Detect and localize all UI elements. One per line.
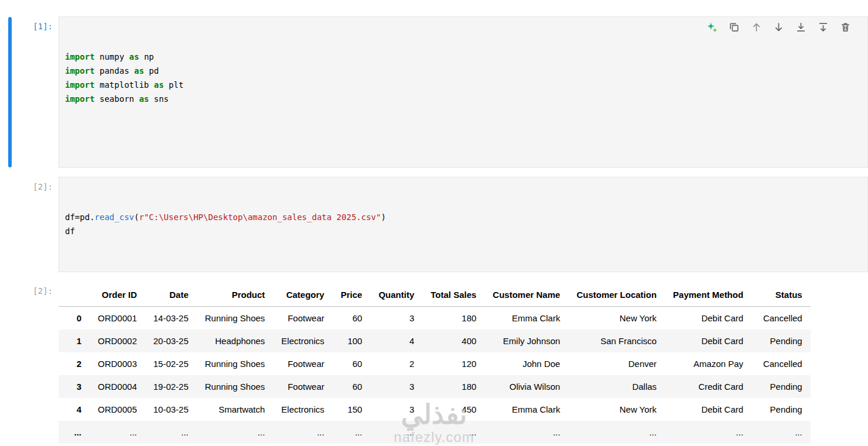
table-cell: Running Shoes: [197, 352, 274, 375]
table-cell: ORD0001: [90, 307, 145, 330]
insert-cell-below-button[interactable]: [825, 21, 837, 33]
output-cell: [2]: Order IDDateProductCategoryPriceQua…: [0, 281, 868, 446]
table-cell: Miami: [568, 444, 665, 446]
column-header: Customer Name: [484, 283, 568, 307]
column-header: Category: [273, 283, 332, 307]
dataframe-table: Order IDDateProductCategoryPriceQuantity…: [59, 283, 811, 446]
table-cell: Pending: [751, 375, 811, 398]
table-cell: 19-02-25: [145, 375, 197, 398]
table-cell: John Doe: [484, 352, 568, 375]
table-cell: 15-02-25: [145, 352, 197, 375]
table-cell: 4: [370, 330, 422, 352]
table-row: 1ORD000220-03-25HeadphonesElectronics100…: [59, 330, 811, 352]
code-content-1: import numpy as npimport pandas as pdimp…: [65, 50, 762, 106]
table-cell: Credit Card: [665, 375, 751, 398]
table-cell: ORD0002: [90, 330, 145, 352]
table-cell: Dallas: [568, 375, 665, 398]
table-cell: ...: [333, 421, 371, 444]
active-cell-indicator[interactable]: [8, 17, 12, 167]
column-header: Customer Location: [568, 283, 665, 307]
table-row: 2ORD000315-02-25Running ShoesFootwear602…: [59, 352, 811, 375]
table-cell: ...: [370, 421, 422, 444]
cell-toolbar: [713, 21, 859, 33]
table-cell: ORD0005: [90, 398, 145, 421]
row-index-cell: 1: [59, 330, 90, 352]
column-header: Product: [197, 283, 274, 307]
table-cell: Debit Card: [665, 307, 751, 330]
table-cell: Running Shoes: [197, 375, 274, 398]
output-prompt: [2]:: [33, 286, 53, 296]
row-index-cell: 0: [59, 307, 90, 330]
table-row: 3ORD000419-02-25Running ShoesFootwear603…: [59, 375, 811, 398]
table-cell: Electronics: [273, 330, 332, 352]
table-cell: Debit Card: [665, 398, 751, 421]
table-row: 245ORD024617-03-25T-ShirtClothing20240Da…: [59, 444, 811, 446]
table-cell: 17-03-25: [145, 444, 197, 446]
table-cell: 40: [422, 444, 484, 446]
table-cell: ...: [665, 421, 751, 444]
table-cell: 180: [422, 375, 484, 398]
table-cell: 14-03-25: [145, 307, 197, 330]
move-cell-down-button[interactable]: [780, 21, 792, 33]
table-cell: Cancelled: [751, 444, 811, 446]
output-prompt-area: [2]:: [0, 281, 59, 296]
table-cell: ...: [568, 421, 665, 444]
code-content-2: df=pd.read_csv(r"C:\Users\HP\Desktop\ama…: [65, 210, 762, 238]
table-cell: Electronics: [273, 398, 332, 421]
row-index-cell: 245: [59, 444, 90, 446]
column-header: Date: [145, 283, 197, 307]
insert-cell-above-button[interactable]: [802, 21, 815, 33]
move-cell-up-button[interactable]: [758, 21, 770, 33]
table-cell: New York: [568, 307, 665, 330]
table-cell: 60: [333, 352, 371, 375]
dataframe-header: Order IDDateProductCategoryPriceQuantity…: [59, 283, 811, 307]
table-cell: 100: [333, 330, 371, 352]
code-editor-2[interactable]: df=pd.read_csv(r"C:\Users\HP\Desktop\ama…: [59, 177, 868, 272]
table-row: 4ORD000510-03-25SmartwatchElectronics150…: [59, 398, 811, 421]
table-cell: ORD0246: [90, 444, 145, 446]
dataframe-body: 0ORD000114-03-25Running ShoesFootwear603…: [59, 307, 811, 446]
table-cell: Footwear: [273, 307, 332, 330]
table-cell: Emily Johnson: [484, 330, 568, 352]
table-cell: Cancelled: [751, 352, 811, 375]
index-corner-cell: [59, 283, 90, 307]
table-cell: San Francisco: [568, 330, 665, 352]
input-prompt: [1]:: [33, 22, 53, 31]
table-cell: ...: [197, 421, 274, 444]
table-cell: ...: [273, 421, 332, 444]
table-cell: 10-03-25: [145, 398, 197, 421]
table-cell: 3: [370, 307, 422, 330]
sparkles-button[interactable]: [713, 21, 726, 33]
table-cell: ORD0004: [90, 375, 145, 398]
table-cell: 150: [333, 398, 371, 421]
table-cell: Running Shoes: [197, 307, 274, 330]
column-header: Order ID: [90, 283, 145, 307]
table-cell: Pending: [751, 330, 811, 352]
table-cell: Daniel Harris: [484, 444, 568, 446]
table-cell: 120: [422, 352, 484, 375]
table-cell: 60: [333, 375, 371, 398]
table-row: ....................................: [59, 421, 811, 444]
table-cell: Debit Card: [665, 330, 751, 352]
table-cell: 400: [422, 330, 484, 352]
code-cell-2: [2]: df=pd.read_csv(r"C:\Users\HP\Deskto…: [0, 177, 868, 272]
delete-cell-button[interactable]: [847, 21, 859, 33]
table-cell: ...: [90, 421, 145, 444]
table-cell: Emma Clark: [484, 307, 568, 330]
table-cell: 180: [422, 307, 484, 330]
table-cell: 2: [370, 444, 422, 446]
row-index-cell: ...: [59, 421, 90, 444]
input-prompt: [2]:: [33, 182, 53, 191]
table-cell: Olivia Wilson: [484, 375, 568, 398]
column-header: Price: [333, 283, 371, 307]
duplicate-cell-button[interactable]: [736, 21, 748, 33]
column-header: Status: [751, 283, 811, 307]
table-cell: ...: [422, 421, 484, 444]
table-cell: T-Shirt: [197, 444, 274, 446]
table-cell: Headphones: [197, 330, 274, 352]
table-cell: Clothing: [273, 444, 332, 446]
column-header: Total Sales: [422, 283, 484, 307]
code-editor-1[interactable]: import numpy as npimport pandas as pdimp…: [59, 16, 868, 168]
table-cell: Footwear: [273, 352, 332, 375]
table-cell: Emma Clark: [484, 398, 568, 421]
